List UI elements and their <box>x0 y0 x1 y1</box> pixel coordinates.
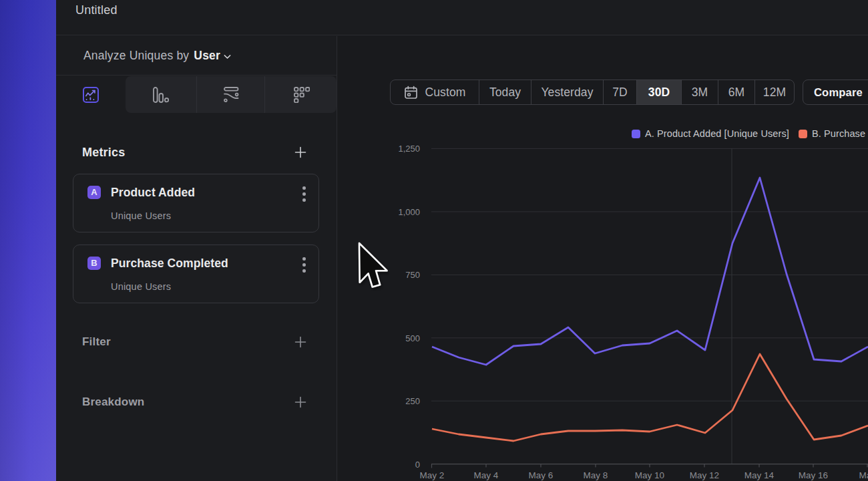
svg-text:May 10: May 10 <box>635 470 664 480</box>
svg-text:1,000: 1,000 <box>398 207 420 217</box>
svg-text:750: 750 <box>405 270 420 280</box>
svg-text:Ma: Ma <box>859 470 868 480</box>
svg-text:500: 500 <box>405 333 420 343</box>
svg-text:May 2: May 2 <box>420 470 445 480</box>
svg-text:May 16: May 16 <box>799 470 828 480</box>
svg-text:May 12: May 12 <box>690 470 719 480</box>
svg-text:May 14: May 14 <box>744 470 775 480</box>
svg-text:0: 0 <box>415 460 420 470</box>
svg-text:May 8: May 8 <box>584 470 608 480</box>
svg-text:May 6: May 6 <box>529 470 554 480</box>
svg-text:May 4: May 4 <box>474 470 499 480</box>
svg-text:250: 250 <box>405 396 420 406</box>
svg-text:1,250: 1,250 <box>398 144 420 154</box>
